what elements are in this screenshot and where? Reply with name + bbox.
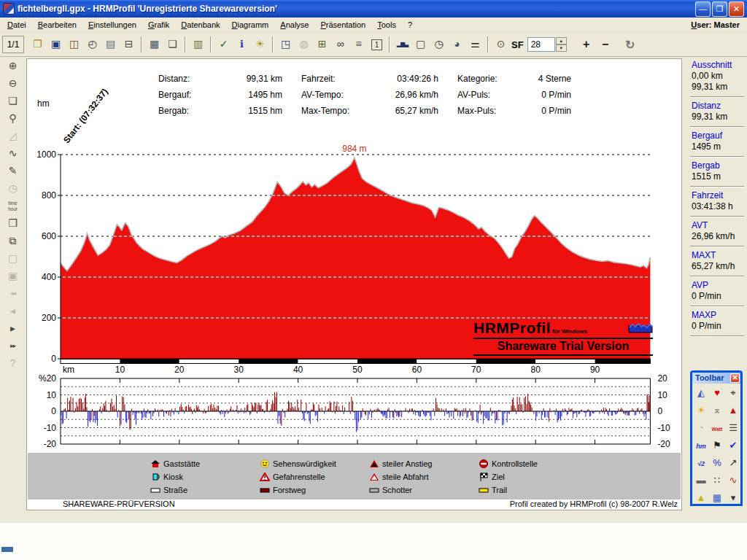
gradient-chart[interactable]: %2020101000-10-10-20-20 [27, 374, 681, 456]
side-stat-value: 1495 m [687, 141, 747, 152]
gefahrenstelle-icon [260, 472, 270, 481]
dotted-list-icon[interactable]: ∷ [710, 472, 724, 489]
stat-value: 65,27 km/h [368, 106, 438, 122]
search-button[interactable]: ⚲ [4, 110, 23, 128]
stat-label: Bergab: [158, 106, 212, 122]
menu-item-bearbeiten[interactable]: Bearbeiten [32, 18, 82, 31]
menu-item-grafik[interactable]: Grafik [142, 18, 175, 31]
menu-item-prsentation[interactable]: Präsentation [314, 18, 371, 31]
spellcheck-icon[interactable]: ✔ [726, 438, 740, 454]
separator [690, 246, 744, 247]
profile-chart-icon[interactable]: ◭ [694, 385, 708, 402]
svg-text:km: km [63, 365, 74, 375]
zoom-out-button[interactable]: − [596, 38, 615, 51]
stopwatch-button[interactable]: ◷ [430, 36, 448, 53]
fit-window-button[interactable]: ❏ [4, 93, 23, 110]
zoom-in-button[interactable]: + [577, 38, 596, 51]
curve-button[interactable]: ∿ [4, 145, 23, 163]
hm-slope-icon[interactable]: hm [694, 438, 708, 454]
copy-report-button[interactable]: ❏ [163, 36, 182, 53]
calendar-edit-button[interactable]: ⊞ [313, 36, 331, 53]
menu-item-?[interactable]: ? [402, 18, 418, 31]
heart-icon[interactable]: ♥ [710, 385, 724, 402]
legend-item: Gefahrenstelle [260, 472, 325, 482]
menu-item-datei[interactable]: Datei [1, 18, 32, 31]
stack-button[interactable]: ≡ [349, 36, 368, 53]
filmstrip-icon[interactable]: ▦ [710, 490, 724, 507]
tshirt-icon[interactable]: ⌅ [710, 402, 724, 419]
mountain-icon[interactable]: ▲ [694, 490, 708, 507]
binoculars-button[interactable]: ∞ [331, 36, 349, 53]
svg-text:0: 0 [657, 406, 662, 416]
schotter-icon [369, 486, 379, 494]
print-button[interactable]: ⊟ [120, 36, 138, 53]
toolbox-title-bar[interactable]: Toolbar ✕ [692, 373, 740, 384]
menu-item-diagramm[interactable]: Diagramm [226, 18, 275, 31]
side-stat-maxp: MAXP0 P/min [687, 310, 747, 332]
save-button[interactable]: ▣ [47, 36, 65, 53]
open-button[interactable]: ❐ [28, 36, 47, 53]
dropdown-icon[interactable]: ▾ [726, 490, 740, 507]
tip-bulb-button[interactable]: ☀ [251, 36, 269, 53]
arrow-ne-icon[interactable]: ↗ [726, 455, 740, 472]
minimize-button[interactable]: — [695, 1, 711, 17]
steep-grade-icon[interactable]: ▲ [726, 402, 740, 419]
stat-value: 03:49:26 h [368, 74, 438, 90]
tracks-button[interactable]: ⚌ [466, 36, 484, 53]
chart-frame-icon[interactable]: ∿ [726, 472, 740, 489]
refresh-button[interactable]: ↻ [621, 38, 640, 52]
legend-item: Schotter [369, 485, 412, 495]
fast-forward-button[interactable]: ▸▸ [4, 338, 23, 355]
sqrt2-label-icon[interactable]: √2 [694, 455, 708, 472]
svg-text:1000: 1000 [36, 149, 56, 160]
menu-item-analyse[interactable]: Analyse [274, 18, 314, 31]
step-forward-button[interactable]: ▸ [4, 320, 23, 338]
zoom-out-page-button[interactable]: ⊖ [4, 75, 23, 93]
toolbox-close-button[interactable]: ✕ [730, 373, 740, 383]
stat-label: Max-Tempo: [282, 106, 368, 122]
camera-tripod-icon[interactable]: ⌖ [726, 385, 740, 402]
table-button[interactable]: ▦ [145, 36, 163, 53]
close-button[interactable]: ✕ [729, 1, 744, 17]
app-icon[interactable] [3, 3, 15, 15]
book-add-button[interactable]: ❒ [4, 215, 23, 233]
step-back-button: ◂ [4, 303, 23, 320]
menu-item-datenbank[interactable]: Datenbank [175, 18, 225, 31]
road-icon[interactable]: ▬ [694, 472, 708, 489]
watermark-brand: HRMProfil [473, 319, 551, 337]
bar-chart-button[interactable]: ▂▆▃ [393, 36, 411, 53]
menu-item-einstellungen[interactable]: Einstellungen [82, 18, 142, 31]
svg-text:20: 20 [174, 365, 185, 375]
pie-chart-button[interactable]: ◕ [448, 36, 466, 53]
legend-item: Kontrollstelle [479, 459, 538, 469]
exit-button[interactable]: ◫ [65, 36, 83, 53]
info-button[interactable]: ℹ [233, 36, 251, 53]
time-hour-button[interactable]: timehour [4, 198, 23, 215]
restore-button[interactable]: ❐ [712, 1, 727, 17]
legend-label: Kontrollstelle [492, 459, 538, 468]
svg-text:-10: -10 [657, 423, 670, 433]
sf-input[interactable]: 28 [527, 37, 555, 52]
video-button[interactable]: ⊙ [492, 36, 510, 53]
menu-item-tools[interactable]: Tools [371, 18, 402, 31]
percent-icon[interactable]: % [710, 455, 724, 472]
sf-spin-down[interactable]: ▼ [556, 44, 567, 52]
side-stat-maxt: MAXT65,27 km/h [687, 250, 747, 272]
finish-flag-icon[interactable]: ⚑ [710, 438, 724, 454]
calendar-day-button[interactable]: 1 [368, 36, 386, 53]
copy-add-button[interactable]: ⧉ [4, 233, 23, 250]
cards-button[interactable]: ▤ [101, 36, 120, 53]
sf-spin-up[interactable]: ▲ [556, 37, 567, 44]
stat-value: 0 P/min [514, 106, 571, 122]
watch-button[interactable]: ◴ [83, 36, 101, 53]
edit-chart-button[interactable]: ✎ [4, 163, 23, 180]
clipboard-button[interactable]: ▥ [189, 36, 207, 53]
confirm-dialog-button[interactable]: ✓ [214, 36, 233, 53]
shareware-watermark: HRMProfil für Windows Shareware Trial Ve… [473, 319, 653, 356]
sun-icon[interactable]: ☀ [694, 402, 708, 419]
watt-icon[interactable]: Watt [710, 420, 724, 437]
frame-button[interactable]: ▢ [411, 36, 430, 53]
chart-window-button[interactable]: ◳ [276, 36, 295, 53]
zoom-in-page-button[interactable]: ⊕ [4, 58, 23, 75]
grid-lines-icon[interactable]: ☰ [726, 420, 740, 437]
